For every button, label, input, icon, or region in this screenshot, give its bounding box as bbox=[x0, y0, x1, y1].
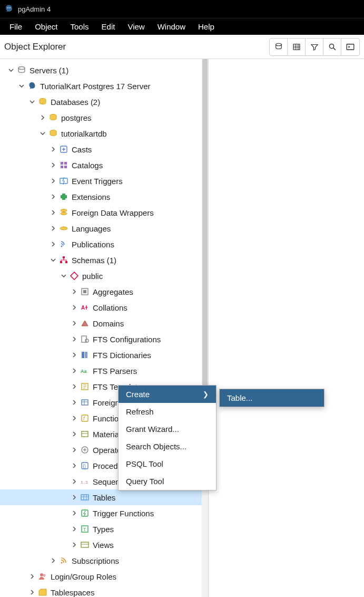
tablespaces-icon bbox=[38, 588, 47, 597]
chevron-right-icon bbox=[50, 557, 57, 564]
tree-aggregates[interactable]: Aggregates bbox=[0, 284, 208, 300]
tree-schemas[interactable]: Schemas (1) bbox=[0, 252, 208, 268]
svg-text:f: f bbox=[83, 416, 85, 421]
extensions-icon bbox=[59, 192, 68, 201]
tree-label: Aggregates bbox=[93, 287, 133, 296]
tree-login-roles[interactable]: Login/Group Roles bbox=[0, 569, 208, 584]
chevron-down-icon bbox=[18, 82, 25, 90]
tree-catalogs[interactable]: Catalogs bbox=[0, 157, 208, 173]
svg-rect-3 bbox=[293, 44, 300, 50]
database-icon[interactable] bbox=[270, 38, 288, 55]
menu-help[interactable]: Help bbox=[192, 19, 221, 34]
svg-rect-36 bbox=[82, 431, 88, 437]
tree-event-triggers[interactable]: Event Triggers bbox=[0, 173, 208, 189]
tree-label: Tablespaces bbox=[51, 588, 94, 597]
svg-rect-33 bbox=[82, 400, 88, 405]
tree-publications[interactable]: Publications bbox=[0, 236, 208, 252]
svg-rect-20 bbox=[63, 256, 65, 258]
svg-rect-25 bbox=[83, 290, 86, 293]
chevron-right-icon bbox=[71, 509, 78, 517]
chevron-right-icon bbox=[71, 304, 78, 311]
svg-rect-30 bbox=[85, 352, 87, 358]
tree-label: Views bbox=[93, 541, 114, 550]
menu-file[interactable]: File bbox=[3, 19, 28, 34]
svg-text:T: T bbox=[83, 527, 86, 532]
menu-view[interactable]: View bbox=[121, 19, 151, 34]
tree-fts-parsers[interactable]: AaFTS Parsers bbox=[0, 363, 208, 379]
tree-db-tutorialkartdb[interactable]: tutorialkartdb bbox=[0, 126, 208, 141]
svg-point-16 bbox=[61, 209, 67, 212]
search-icon[interactable] bbox=[323, 38, 341, 55]
tree-db-postgres[interactable]: postgres bbox=[0, 110, 208, 126]
chevron-right-icon bbox=[50, 146, 57, 153]
tree-fts-configurations[interactable]: FTS Configurations bbox=[0, 331, 208, 347]
chevron-down-icon bbox=[50, 256, 57, 264]
ctx-query-tool[interactable]: Query Tool bbox=[119, 473, 216, 490]
ctx-grant-wizard[interactable]: Grant Wizard... bbox=[119, 420, 216, 438]
tree-views[interactable]: Views bbox=[0, 537, 208, 553]
tree-foreign-data-wrappers[interactable]: Foreign Data Wrappers bbox=[0, 205, 208, 220]
ctx-refresh[interactable]: Refresh bbox=[119, 403, 216, 420]
tree-tables[interactable]: Tables bbox=[0, 489, 208, 505]
scrollbar[interactable] bbox=[202, 59, 208, 597]
menu-object[interactable]: Object bbox=[28, 19, 64, 34]
tree-label: Types bbox=[93, 525, 114, 534]
scrollbar-thumb[interactable] bbox=[202, 59, 208, 397]
tree-fts-dictionaries[interactable]: FTS Dictionaries bbox=[0, 347, 208, 363]
tree-servers[interactable]: Servers (1) bbox=[0, 62, 208, 78]
filter-icon[interactable] bbox=[306, 38, 323, 55]
tree-server-instance[interactable]: TutorialKart Postgres 17 Server bbox=[0, 78, 208, 94]
chevron-right-icon bbox=[71, 351, 78, 359]
tree-languages[interactable]: Languages bbox=[0, 220, 208, 236]
tree-subscriptions[interactable]: Subscriptions bbox=[0, 553, 208, 569]
svg-rect-12 bbox=[64, 162, 67, 165]
tree-tablespaces[interactable]: Tablespaces bbox=[0, 584, 208, 597]
table-icon[interactable] bbox=[288, 38, 306, 55]
tree-label: FTS Parsers bbox=[93, 367, 137, 375]
ctx-psql-tool[interactable]: PSQL Tool bbox=[119, 455, 216, 473]
svg-point-47 bbox=[40, 573, 43, 576]
menu-window[interactable]: Window bbox=[151, 19, 192, 34]
tree-label: Languages bbox=[72, 224, 111, 233]
chevron-right-icon bbox=[71, 446, 78, 454]
casts-icon bbox=[59, 145, 68, 154]
tree-schema-public[interactable]: public bbox=[0, 268, 208, 284]
chevron-right-icon bbox=[71, 478, 78, 485]
chevron-down-icon bbox=[28, 98, 36, 105]
chevron-right-icon bbox=[50, 161, 57, 169]
chevron-right-icon bbox=[28, 573, 36, 580]
tables-icon bbox=[80, 493, 90, 502]
ctx-label: Create bbox=[126, 390, 150, 399]
chevron-right-icon bbox=[50, 193, 57, 200]
menu-tools[interactable]: Tools bbox=[64, 19, 95, 34]
chevron-right-icon bbox=[50, 225, 57, 232]
tree-label: tutorialkartdb bbox=[61, 129, 107, 138]
menu-edit[interactable]: Edit bbox=[95, 19, 122, 34]
tree-collations[interactable]: ACollations bbox=[0, 300, 208, 315]
database-icon bbox=[48, 113, 58, 122]
publications-icon bbox=[59, 239, 68, 249]
chevron-right-icon bbox=[71, 288, 78, 295]
ctx-label: Query Tool bbox=[126, 477, 164, 486]
context-submenu: Table... bbox=[219, 389, 324, 407]
types-icon: T bbox=[80, 524, 90, 534]
titlebar: pgAdmin 4 bbox=[0, 0, 364, 18]
tree-types[interactable]: TTypes bbox=[0, 521, 208, 537]
pgadmin-logo-icon bbox=[4, 4, 14, 14]
terminal-icon[interactable] bbox=[341, 38, 359, 55]
tree-label: Publications bbox=[72, 240, 114, 249]
tree-casts[interactable]: Casts bbox=[0, 141, 208, 157]
domains-icon bbox=[80, 319, 90, 328]
databases-icon bbox=[38, 97, 47, 107]
ctx-create[interactable]: Create❯ bbox=[119, 386, 216, 403]
tree-databases[interactable]: Databases (2) bbox=[0, 94, 208, 110]
submenu-table[interactable]: Table... bbox=[220, 389, 324, 407]
chevron-right-icon bbox=[71, 462, 78, 469]
tree-domains[interactable]: Domains bbox=[0, 315, 208, 331]
chevron-down-icon bbox=[39, 130, 46, 137]
ctx-search-objects[interactable]: Search Objects... bbox=[119, 438, 216, 455]
object-explorer-panel: Servers (1) TutorialKart Postgres 17 Ser… bbox=[0, 59, 209, 597]
tree-extensions[interactable]: Extensions bbox=[0, 189, 208, 205]
views-icon bbox=[80, 540, 90, 550]
tree-trigger-functions[interactable]: Trigger Functions bbox=[0, 505, 208, 521]
